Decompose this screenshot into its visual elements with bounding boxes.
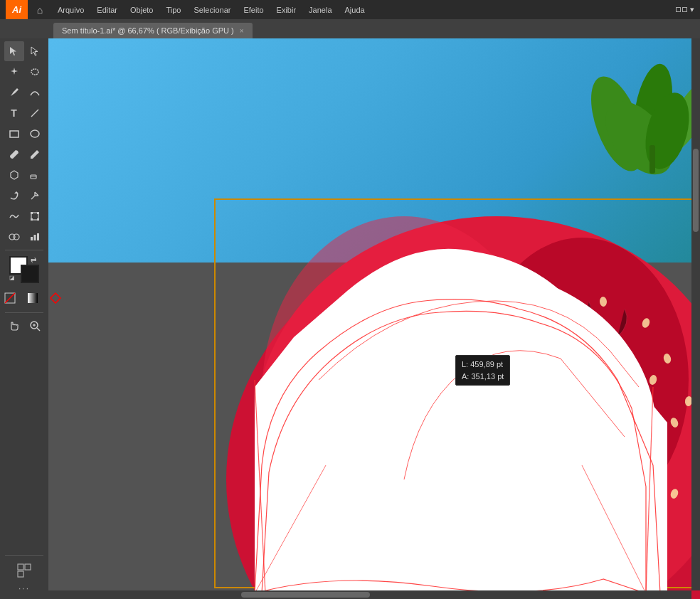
menu-objeto[interactable]: Objeto	[124, 4, 159, 16]
main-area: T	[0, 38, 700, 599]
toolbar-divider-2	[5, 312, 43, 313]
tool-row-selection	[4, 41, 45, 61]
svg-rect-18	[28, 293, 38, 303]
paintbrush-tool-button[interactable]	[4, 144, 24, 164]
color-swatches[interactable]: ⇄ ◪	[9, 256, 39, 283]
ws-square-2	[682, 7, 687, 12]
rect-tool-button[interactable]	[4, 124, 24, 144]
menu-janela[interactable]: Janela	[303, 4, 337, 16]
svg-line-17	[5, 293, 15, 303]
svg-rect-25	[18, 571, 23, 577]
tab-colormode: RGB/Exibição GPU	[161, 26, 229, 35]
color-mode-gradient[interactable]	[23, 288, 43, 308]
workspace-dropdown-icon[interactable]: ▾	[690, 5, 694, 14]
svg-rect-77	[649, 145, 655, 174]
default-colors-icon[interactable]: ◪	[9, 275, 18, 283]
horizontal-scrollbar[interactable]	[48, 590, 691, 599]
svg-rect-8	[37, 212, 39, 214]
tool-row-pen	[4, 83, 45, 102]
svg-rect-4	[31, 175, 36, 179]
tool-row-shaper	[4, 165, 45, 185]
svg-line-20	[37, 328, 40, 331]
tool-row-paint	[4, 144, 45, 164]
magic-wand-tool-button[interactable]	[4, 62, 24, 82]
tool-row-transform	[4, 186, 45, 206]
menu-editar[interactable]: Editar	[91, 4, 123, 16]
stroke-color-swatch[interactable]	[21, 265, 39, 283]
shaper-tool-button[interactable]	[4, 165, 24, 185]
tool-row-type: T	[4, 103, 45, 123]
workspace-grid-icon	[676, 7, 687, 12]
svg-rect-15	[37, 233, 39, 240]
svg-rect-14	[33, 235, 36, 240]
tab-filename: Sem título-1.ai* @ 66,67% ( RGB/Exibição…	[62, 26, 234, 35]
hand-tool-button[interactable]	[4, 316, 24, 336]
tab-zoom: 66,67%	[128, 26, 154, 35]
graph-tool-button[interactable]	[25, 227, 45, 247]
ai-logo: Ai	[6, 0, 28, 19]
direct-selection-tool-button[interactable]	[25, 41, 45, 61]
pen-tool-button[interactable]	[4, 83, 24, 102]
eraser-tool-button[interactable]	[25, 165, 45, 185]
toolbar-divider-3	[5, 555, 43, 556]
tab-close-button[interactable]: ×	[240, 27, 244, 35]
curvature-tool-button[interactable]	[25, 83, 45, 102]
svg-rect-2	[10, 131, 18, 137]
scale-tool-button[interactable]	[25, 186, 45, 206]
toolbar-divider-1	[5, 250, 43, 250]
shape-builder-tool-button[interactable]	[4, 227, 24, 247]
lasso-tool-button[interactable]	[25, 62, 45, 82]
svg-rect-10	[37, 218, 39, 221]
menu-tipo[interactable]: Tipo	[160, 4, 186, 16]
line-tool-button[interactable]	[25, 103, 45, 123]
svg-rect-13	[31, 237, 33, 240]
panel-icon-1[interactable]	[14, 561, 34, 581]
tool-row-shapes	[4, 124, 45, 144]
ws-square-1	[676, 7, 681, 12]
free-transform-tool-button[interactable]	[25, 206, 45, 226]
ellipse-tool-button[interactable]	[25, 124, 45, 144]
svg-line-1	[31, 110, 38, 117]
menu-ajuda[interactable]: Ajuda	[339, 4, 371, 16]
warp-tool-button[interactable]	[4, 206, 24, 226]
tool-row-shapebuilder	[4, 227, 45, 247]
tool-row-extra	[4, 316, 45, 336]
color-mode-none[interactable]	[0, 288, 20, 308]
toolbar-extra: ···	[5, 553, 43, 599]
menu-efeito[interactable]: Efeito	[238, 4, 269, 16]
title-bar: Ai ⌂ Arquivo Editar Objeto Tipo Selecion…	[0, 0, 700, 19]
menu-arquivo[interactable]: Arquivo	[52, 4, 90, 16]
canvas-area[interactable]: L: 459,89 pt A: 351,13 pt	[48, 38, 700, 599]
svg-rect-7	[31, 212, 33, 214]
more-tools-button[interactable]: ···	[18, 583, 30, 593]
text-tool-button[interactable]: T	[4, 103, 24, 123]
home-button[interactable]: ⌂	[32, 2, 48, 18]
rotate-tool-button[interactable]	[4, 186, 24, 206]
zoom-tool-button[interactable]	[25, 316, 45, 336]
svg-point-0	[31, 69, 38, 75]
vertical-scroll-thumb[interactable]	[693, 149, 699, 231]
tab-filename-text: Sem título-1.ai*	[62, 26, 115, 35]
document-tab[interactable]: Sem título-1.ai* @ 66,67% ( RGB/Exibição…	[53, 23, 253, 38]
svg-rect-24	[25, 564, 31, 570]
horizontal-scroll-thumb[interactable]	[241, 592, 370, 598]
vertical-scrollbar[interactable]	[691, 38, 700, 590]
menu-exibir[interactable]: Exibir	[271, 4, 302, 16]
svg-rect-23	[18, 564, 23, 570]
svg-rect-9	[31, 218, 33, 221]
menu-bar: Arquivo Editar Objeto Tipo Selecionar Ef…	[52, 4, 672, 16]
left-toolbar: T	[0, 38, 48, 599]
tool-row-wand	[4, 62, 45, 82]
swap-colors-icon[interactable]: ⇄	[31, 256, 39, 265]
svg-point-12	[14, 234, 19, 240]
background-image-svg	[48, 38, 700, 599]
selection-tool-button[interactable]	[4, 41, 24, 61]
menu-selecionar[interactable]: Selecionar	[188, 4, 236, 16]
pencil-tool-button[interactable]	[25, 144, 45, 164]
tool-row-warp	[4, 206, 45, 226]
svg-point-3	[31, 130, 39, 137]
tab-bar: Sem título-1.ai* @ 66,67% ( RGB/Exibição…	[0, 19, 700, 38]
svg-marker-5	[14, 191, 18, 194]
workspace-switcher[interactable]: ▾	[676, 5, 694, 14]
